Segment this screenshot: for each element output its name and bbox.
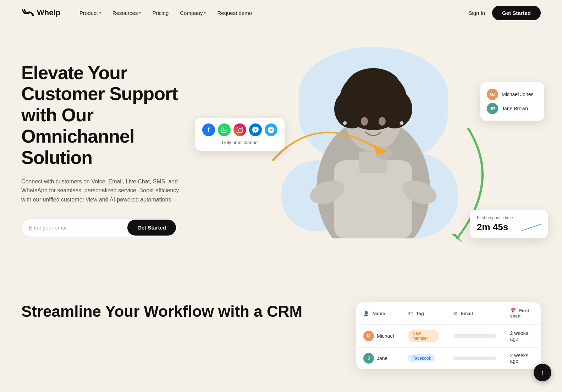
agent-name-2: Jane Brown [502, 106, 528, 111]
scroll-to-top-button[interactable]: ↑ [534, 364, 551, 381]
svg-point-9 [400, 121, 403, 125]
agent-name-1: Michael Jones [502, 92, 534, 97]
col-name-header: 👤 Name [356, 302, 401, 325]
svg-point-7 [379, 117, 386, 126]
person-svg [306, 54, 441, 238]
nav-pricing[interactable]: Pricing [147, 7, 173, 19]
nav-company[interactable]: Company ▾ [175, 7, 211, 19]
tag-icon: 🏷 [408, 311, 413, 316]
svg-point-5 [345, 68, 402, 111]
crm-table: 👤 Name 🏷 Tag ✉ Email 📅 [356, 302, 541, 369]
instagram-icon [233, 123, 246, 136]
email-input[interactable] [22, 220, 126, 236]
sign-in-link[interactable]: Sign In [468, 10, 485, 16]
cell-first-seen-1: 2 weeks ago [503, 325, 541, 348]
crm-section-title: Streamline Your Workflow with a CRM [21, 302, 328, 321]
table-row: J Jane Facebook 2 weeks ago [356, 348, 541, 369]
row-avatar-2: J [363, 353, 374, 364]
messenger-icon [249, 123, 262, 136]
tag-badge-new: New member [408, 330, 439, 342]
svg-point-6 [361, 117, 368, 126]
crm-section: Streamline Your Workflow with a CRM 👤 Na… [0, 281, 562, 383]
svg-point-14 [376, 147, 392, 160]
chevron-down-icon: ▾ [99, 11, 101, 15]
tag-badge-facebook: Facebook [408, 354, 435, 362]
cell-name-2: J Jane [356, 348, 401, 369]
social-icons-row: f [202, 123, 277, 136]
person-illustration [306, 54, 441, 238]
crm-table-container: 👤 Name 🏷 Tag ✉ Email 📅 [356, 302, 541, 369]
agents-card: MJ Michael Jones JB Jane Brown [480, 82, 544, 121]
agent-row-1: MJ Michael Jones [487, 87, 538, 101]
nav-get-started-button[interactable]: Get Started [492, 6, 541, 20]
nav-resources[interactable]: Resources ▾ [108, 7, 146, 19]
svg-point-8 [343, 121, 347, 125]
whatsapp-icon [218, 123, 231, 136]
hero-description: Connect with customers on Voice, Email, … [21, 177, 184, 204]
facebook-icon: f [202, 123, 215, 136]
nav-product[interactable]: Product ▾ [75, 7, 106, 19]
omnichannel-card: f Truly omnichannel [195, 118, 285, 151]
cell-tag-2: Facebook [401, 348, 446, 369]
logo-link[interactable]: Whelp [21, 8, 60, 17]
hero-title: Elevate Your Customer Support with Our O… [21, 62, 192, 169]
brand-name: Whelp [37, 8, 60, 17]
nav-request-demo[interactable]: Request demo [212, 7, 257, 19]
omnichannel-label: Truly omnichannel [202, 140, 277, 145]
col-first-seen-header: 📅 First seen [503, 302, 541, 325]
hero-content: Elevate Your Customer Support with Our O… [21, 62, 206, 237]
calendar-icon: 📅 [510, 308, 516, 313]
nav-right: Sign In Get Started [468, 6, 541, 20]
mini-chart-icon [521, 222, 542, 233]
logo-icon [21, 9, 34, 17]
navigation: Whelp Product ▾ Resources ▾ Pricing Comp… [0, 0, 562, 26]
cell-email-2 [446, 348, 503, 369]
cell-tag-1: New member [401, 325, 446, 348]
col-tag-header: 🏷 Tag [401, 302, 446, 325]
cell-email-1 [446, 325, 503, 348]
col-email-header: ✉ Email [446, 302, 503, 325]
person-icon: 👤 [363, 311, 369, 316]
crm-text-content: Streamline Your Workflow with a CRM [21, 302, 328, 369]
nav-links: Product ▾ Resources ▾ Pricing Company ▾ … [75, 7, 468, 19]
scroll-icon: ↑ [541, 369, 544, 377]
agent-avatar-2: JB [487, 103, 498, 114]
response-time-label: First response time [477, 215, 541, 220]
crm-card: 👤 Name 🏷 Tag ✉ Email 📅 [356, 302, 541, 369]
agent-row-2: JB Jane Brown [487, 101, 538, 116]
row-avatar-1: M [363, 331, 374, 341]
email-placeholder [453, 334, 496, 338]
telegram-icon [265, 123, 277, 136]
cell-first-seen-2: 2 weeks ago [503, 348, 541, 369]
email-icon: ✉ [453, 311, 457, 316]
agent-avatar-1: MJ [487, 89, 498, 100]
cell-name-1: M Michael [356, 325, 401, 348]
hero-section: Elevate Your Customer Support with Our O… [0, 26, 562, 281]
response-time-card: First response time 2m 45s [470, 210, 548, 238]
chevron-down-icon: ▾ [204, 11, 206, 15]
hero-illustration: f Truly omnichannel MJ Michael J [206, 40, 541, 260]
table-header-row: 👤 Name 🏷 Tag ✉ Email 📅 [356, 302, 541, 325]
table-row: M Michael New member 2 weeks ago [356, 325, 541, 348]
email-signup-form: Get Started [21, 218, 177, 237]
hero-get-started-button[interactable]: Get Started [127, 220, 176, 236]
email-placeholder [453, 357, 496, 360]
chevron-down-icon: ▾ [139, 11, 141, 15]
